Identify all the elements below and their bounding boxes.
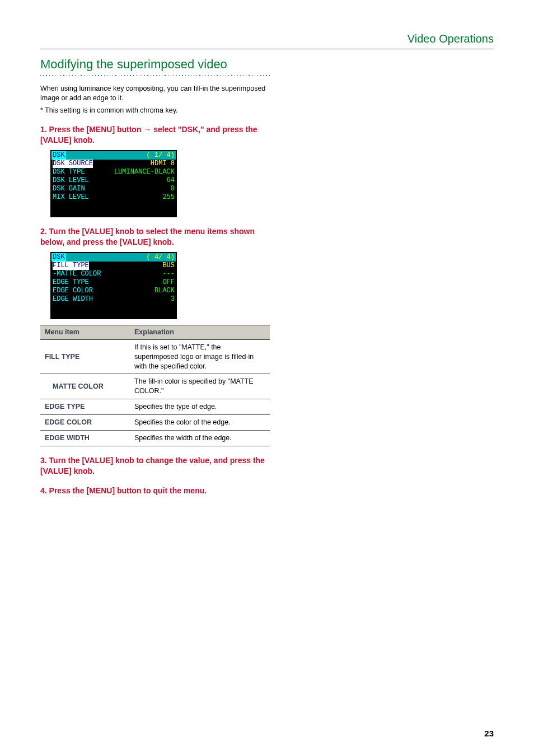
table-cell-explanation: Specifies the color of the edge. bbox=[130, 415, 270, 431]
menu-items-table: Menu itemExplanationFILL TYPEIf this is … bbox=[40, 325, 270, 446]
menu-row: EDGE TYPEOFF bbox=[51, 278, 176, 287]
menu-row-value: 0 bbox=[171, 185, 175, 193]
menu-row-value: LUMINANCE-BLACK bbox=[114, 168, 175, 176]
menu-row-key: -MATTE COLOR bbox=[53, 270, 101, 278]
step-number: 4. bbox=[40, 486, 49, 495]
menu-row: DSK GAIN0 bbox=[51, 185, 176, 193]
main-column: Modifying the superimposed video When us… bbox=[40, 56, 270, 505]
section-title: Modifying the superimposed video bbox=[40, 56, 270, 73]
table-cell-menu-item: MATTE COLOR bbox=[40, 374, 130, 399]
menu-row: DSK TYPELUMINANCE-BLACK bbox=[51, 168, 176, 176]
menu-row-key: FILL TYPE bbox=[53, 262, 89, 270]
table-cell-explanation: If this is set to "MATTE," the superimpo… bbox=[130, 339, 270, 374]
table-cell-explanation: The fill-in color is specified by "MATTE… bbox=[130, 374, 270, 399]
table-cell-explanation: Specifies the width of the edge. bbox=[130, 430, 270, 446]
menu-row-key: DSK TYPE bbox=[53, 168, 85, 176]
header-bar: Video Operations bbox=[40, 31, 494, 49]
table-header: Menu item bbox=[40, 325, 130, 339]
step-text: Press the [MENU] button bbox=[49, 125, 144, 134]
menu-row-value: 255 bbox=[162, 193, 175, 202]
table-row: EDGE TYPESpecifies the type of edge. bbox=[40, 399, 270, 415]
menu-row-value: BLACK bbox=[154, 287, 175, 295]
menu-row-key: EDGE COLOR bbox=[53, 287, 93, 295]
step-number: 2. bbox=[40, 227, 49, 236]
menu-screenshot: DSK( 4/ 4)FILL TYPEBUS -MATTE COLOR---ED… bbox=[50, 252, 177, 319]
step-heading: 2. Turn the [VALUE] knob to select the m… bbox=[40, 226, 270, 248]
table-cell-menu-item: FILL TYPE bbox=[40, 339, 130, 374]
step-number: 1. bbox=[40, 125, 49, 134]
table-row: EDGE COLORSpecifies the color of the edg… bbox=[40, 415, 270, 431]
step-text: Press the [MENU] button to quit the menu… bbox=[49, 486, 207, 495]
menu-row: -MATTE COLOR--- bbox=[51, 270, 176, 278]
menu-row: MIX LEVEL255 bbox=[51, 193, 176, 202]
menu-row-key: DSK SOURCE bbox=[53, 160, 93, 168]
menu-row-value: BUS bbox=[162, 262, 175, 270]
menu-header: DSK( 4/ 4) bbox=[51, 253, 176, 262]
table-header: Explanation bbox=[130, 325, 270, 339]
menu-row-key: DSK LEVEL bbox=[53, 176, 89, 185]
table-row: EDGE WIDTHSpecifies the width of the edg… bbox=[40, 430, 270, 446]
menu-row-value: 3 bbox=[171, 295, 175, 304]
step: 3. Turn the [VALUE] knob to change the v… bbox=[40, 455, 270, 477]
step: 4. Press the [MENU] button to quit the m… bbox=[40, 486, 270, 496]
step: 2. Turn the [VALUE] knob to select the m… bbox=[40, 226, 270, 446]
menu-row-value: OFF bbox=[162, 278, 175, 287]
table-cell-explanation: Specifies the type of edge. bbox=[130, 399, 270, 415]
intro-text: When using luminance key compositing, yo… bbox=[40, 84, 270, 103]
header-section-title: Video Operations bbox=[407, 31, 494, 49]
table-row: FILL TYPEIf this is set to "MATTE," the … bbox=[40, 339, 270, 374]
menu-page-indicator: ( 1/ 4) bbox=[146, 151, 176, 160]
step-heading: 3. Turn the [VALUE] knob to change the v… bbox=[40, 455, 270, 477]
table-row: MATTE COLORThe fill-in color is specifie… bbox=[40, 374, 270, 399]
menu-screenshot: DSK( 1/ 4)DSK SOURCEHDMI 8DSK TYPELUMINA… bbox=[50, 150, 177, 217]
menu-page-indicator: ( 4/ 4) bbox=[146, 253, 176, 262]
menu-row-key: DSK GAIN bbox=[53, 185, 85, 193]
page-number: 23 bbox=[484, 728, 494, 739]
menu-header: DSK( 1/ 4) bbox=[51, 151, 176, 160]
menu-row: DSK LEVEL64 bbox=[51, 176, 176, 185]
menu-row-key: MIX LEVEL bbox=[53, 193, 89, 202]
dotted-rule bbox=[40, 75, 270, 78]
step-number: 3. bbox=[40, 456, 49, 465]
footnote-text: * This setting is in common with chroma … bbox=[40, 106, 270, 115]
menu-row: FILL TYPEBUS bbox=[51, 262, 176, 270]
menu-title-left: DSK bbox=[51, 253, 66, 262]
menu-row: DSK SOURCEHDMI 8 bbox=[51, 160, 176, 168]
menu-title-left: DSK bbox=[51, 151, 66, 160]
menu-row-key: EDGE TYPE bbox=[53, 278, 89, 287]
table-cell-menu-item: EDGE COLOR bbox=[40, 415, 130, 431]
menu-row-value: 64 bbox=[167, 176, 175, 185]
step-text: Turn the [VALUE] knob to change the valu… bbox=[40, 456, 265, 475]
step-text: Turn the [VALUE] knob to select the menu… bbox=[40, 227, 255, 246]
menu-row-key: EDGE WIDTH bbox=[53, 295, 93, 304]
table-cell-menu-item: EDGE WIDTH bbox=[40, 430, 130, 446]
steps-list: 1. Press the [MENU] button → select "DSK… bbox=[40, 124, 270, 496]
arrow-icon: → bbox=[143, 125, 151, 134]
step: 1. Press the [MENU] button → select "DSK… bbox=[40, 124, 270, 217]
menu-row: EDGE COLORBLACK bbox=[51, 287, 176, 295]
step-heading: 1. Press the [MENU] button → select "DSK… bbox=[40, 124, 270, 146]
step-heading: 4. Press the [MENU] button to quit the m… bbox=[40, 486, 270, 496]
menu-row-value: HDMI 8 bbox=[151, 160, 175, 168]
menu-row-value: --- bbox=[162, 270, 175, 278]
menu-row: EDGE WIDTH3 bbox=[51, 295, 176, 304]
table-cell-menu-item: EDGE TYPE bbox=[40, 399, 130, 415]
